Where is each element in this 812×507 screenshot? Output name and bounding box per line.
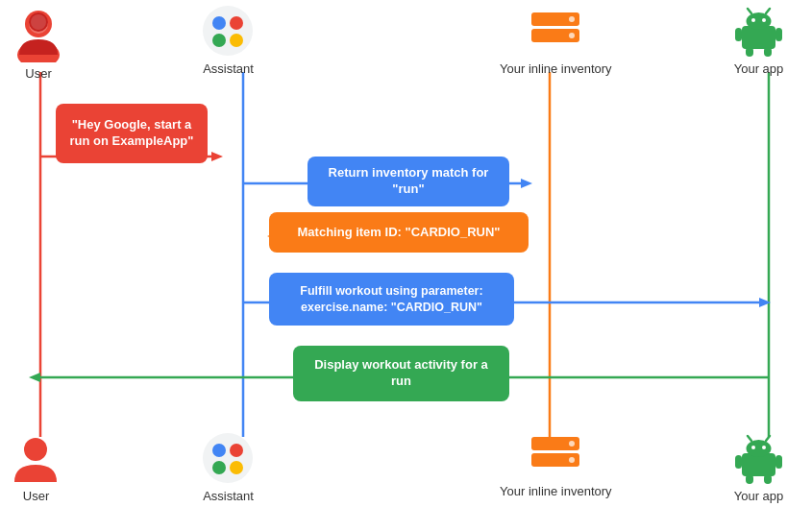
svg-point-51 [762, 446, 766, 449]
actor-app-top-label: Your app [734, 61, 784, 76]
svg-marker-13 [29, 373, 40, 382]
svg-rect-37 [764, 47, 772, 57]
actor-inventory-top: Your inline inventory [500, 5, 612, 76]
message-fulfill-workout: Fulfill workout using parameter: exercis… [269, 273, 514, 326]
svg-rect-34 [735, 28, 742, 41]
svg-line-53 [766, 436, 770, 441]
actor-assistant-top: Assistant [202, 5, 255, 76]
app-icon-bottom [732, 432, 785, 485]
actor-user-bottom: User [10, 432, 62, 503]
app-icon-top [732, 5, 785, 58]
actor-app-top: Your app [732, 5, 785, 76]
svg-point-22 [212, 34, 226, 47]
svg-rect-36 [746, 47, 753, 57]
svg-point-27 [569, 33, 575, 38]
inventory-icon-top [522, 5, 589, 58]
assistant-icon-top [202, 5, 255, 58]
svg-rect-35 [775, 28, 782, 41]
message-matching-item: Matching item ID: "CARDIO_RUN" [269, 212, 529, 253]
message-hey-google: "Hey Google, start a run on ExampleApp" [56, 104, 208, 163]
actor-user-top-label: User [25, 66, 51, 81]
actor-user-top: User [10, 5, 67, 81]
svg-rect-57 [764, 474, 772, 484]
svg-point-43 [230, 461, 243, 474]
message-return-inventory: Return inventory match for "run" [308, 157, 509, 206]
svg-point-30 [751, 18, 755, 22]
svg-point-26 [569, 16, 575, 22]
svg-point-38 [24, 438, 47, 461]
user-icon-top [10, 5, 67, 62]
actor-assistant-bottom-label: Assistant [203, 489, 254, 503]
svg-line-52 [748, 436, 751, 441]
actor-app-bottom: Your app [732, 432, 785, 503]
svg-point-20 [212, 16, 226, 30]
svg-line-33 [766, 9, 770, 13]
svg-rect-54 [735, 455, 742, 469]
svg-point-31 [762, 18, 766, 22]
svg-point-50 [751, 446, 755, 449]
assistant-icon-bottom [202, 432, 255, 485]
svg-point-49 [747, 440, 772, 457]
actor-inventory-top-label: Your inline inventory [500, 61, 612, 76]
svg-point-21 [230, 16, 243, 30]
actor-assistant-top-label: Assistant [203, 61, 254, 76]
svg-point-18 [31, 14, 46, 30]
diagram-svg [0, 0, 812, 507]
svg-rect-56 [746, 474, 753, 484]
svg-point-23 [230, 34, 243, 47]
svg-point-46 [569, 441, 575, 447]
svg-point-40 [212, 444, 226, 457]
actor-app-bottom-label: Your app [734, 489, 784, 503]
svg-point-41 [230, 444, 243, 457]
inventory-icon-bottom [522, 432, 589, 480]
svg-point-42 [212, 461, 226, 474]
svg-line-32 [748, 9, 751, 13]
actor-user-bottom-label: User [23, 489, 49, 503]
actor-assistant-bottom: Assistant [202, 432, 255, 503]
svg-point-47 [569, 457, 575, 463]
svg-point-19 [203, 6, 253, 56]
message-display-workout: Display workout activity for a run [293, 346, 509, 401]
svg-point-39 [203, 433, 253, 483]
actor-inventory-bottom-label: Your inline inventory [500, 484, 612, 498]
user-icon-bottom [10, 432, 62, 485]
svg-rect-55 [775, 455, 782, 469]
sequence-diagram: User Assistant Your inline inventory [0, 0, 812, 507]
svg-marker-7 [521, 179, 532, 188]
svg-marker-5 [211, 152, 223, 161]
svg-point-29 [747, 12, 772, 30]
actor-inventory-bottom: Your inline inventory [500, 432, 612, 498]
